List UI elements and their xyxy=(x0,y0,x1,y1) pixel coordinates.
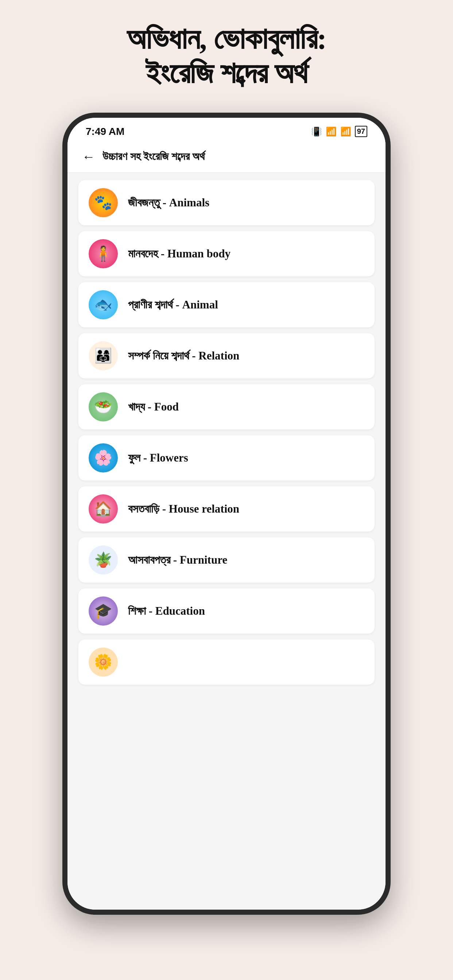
item-icon: 🎓 xyxy=(89,597,118,625)
item-label: সম্পর্ক নিয়ে শব্দার্থ - Relation xyxy=(128,349,239,363)
header-title: উচ্চারণ সহ ইংরেজি শব্দের অর্থ xyxy=(102,150,205,163)
list-item[interactable]: 🏠 বসতবাড়ি - House relation xyxy=(78,486,375,531)
list-item[interactable]: 🥗 খাদ্য - Food xyxy=(78,384,375,430)
item-icon: 🧍 xyxy=(89,239,118,268)
item-icon: 🪴 xyxy=(89,546,118,574)
list-item[interactable]: 🪴 আসবাবপত্র - Furniture xyxy=(78,538,375,582)
list-item[interactable]: 🌼 xyxy=(78,640,375,685)
item-icon: 👨‍👩‍👧 xyxy=(89,341,118,371)
item-label: শিক্ষা - Education xyxy=(128,605,205,617)
item-icon: 🌼 xyxy=(89,648,118,677)
header: ← উচ্চারণ সহ ইংরেজি শব্দের অর্থ xyxy=(67,141,386,173)
list-item[interactable]: 🐾 জীবজন্তু - Animals xyxy=(78,180,375,225)
item-icon: 🐾 xyxy=(89,188,118,217)
item-icon: 🐟 xyxy=(89,290,118,320)
item-label: বসতবাড়ি - House relation xyxy=(128,503,239,515)
vibrate-icon: 📳 xyxy=(311,127,322,137)
list-item[interactable]: 🌸 ফুল - Flowers xyxy=(78,435,375,480)
item-icon: 🌸 xyxy=(89,443,118,473)
list-item[interactable]: 🎓 শিক্ষা - Education xyxy=(78,589,375,634)
category-list: 🐾 জীবজন্তু - Animals 🧍 মানবদেহ - Human b… xyxy=(67,173,386,910)
list-item[interactable]: 👨‍👩‍👧 সম্পর্ক নিয়ে শব্দার্থ - Relation xyxy=(78,333,375,379)
status-icons: 📳 📶 📶 97 xyxy=(311,126,367,137)
signal-icon: 📶 xyxy=(326,127,337,137)
item-label: জীবজন্তু - Animals xyxy=(128,196,209,209)
item-label: ফুল - Flowers xyxy=(128,451,188,465)
app-title: অভিধান, ভোকাবুলারি: ইংরেজি শব্দের অর্থ xyxy=(105,22,348,91)
battery-icon: 97 xyxy=(355,126,367,137)
phone-screen: 7:49 AM 📳 📶 📶 97 ← উচ্চারণ সহ ইংরেজি শব্… xyxy=(67,118,386,910)
wifi-icon: 📶 xyxy=(340,127,351,137)
item-icon: 🏠 xyxy=(89,495,118,523)
phone-frame: 7:49 AM 📳 📶 📶 97 ← উচ্চারণ সহ ইংরেজি শব্… xyxy=(62,113,391,915)
item-label: খাদ্য - Food xyxy=(128,400,179,414)
item-label: আসবাবপত্র - Furniture xyxy=(128,554,227,566)
list-item[interactable]: 🧍 মানবদেহ - Human body xyxy=(78,231,375,276)
item-label: মানবদেহ - Human body xyxy=(128,247,231,260)
status-bar: 7:49 AM 📳 📶 📶 97 xyxy=(67,118,386,141)
list-item[interactable]: 🐟 প্রাণীর শব্দার্থ - Animal xyxy=(78,282,375,328)
status-time: 7:49 AM xyxy=(86,126,124,137)
item-icon: 🥗 xyxy=(89,392,118,422)
item-label: প্রাণীর শব্দার্থ - Animal xyxy=(128,298,218,311)
back-button[interactable]: ← xyxy=(82,149,95,164)
